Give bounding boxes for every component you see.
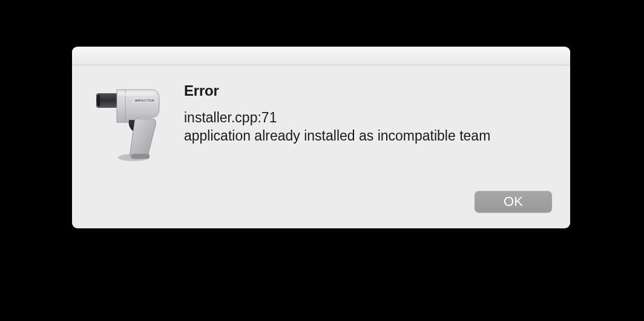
error-dialog: IMPACTOR Error installer.cpp:71 applicat… [72, 47, 570, 228]
svg-rect-6 [131, 154, 150, 159]
dialog-text: Error installer.cpp:71 application alrea… [184, 82, 552, 145]
dialog-content: IMPACTOR Error installer.cpp:71 applicat… [72, 65, 570, 228]
error-message-line-2: application already installed as incompa… [184, 127, 552, 145]
ok-button[interactable]: OK [475, 191, 552, 213]
svg-rect-2 [97, 95, 100, 106]
dialog-titlebar[interactable] [72, 47, 570, 65]
error-message-line-1: installer.cpp:71 [184, 109, 552, 127]
impact-wrench-icon: IMPACTOR [96, 84, 163, 162]
error-title: Error [184, 82, 552, 99]
svg-text:IMPACTOR: IMPACTOR [135, 99, 155, 102]
dialog-buttons: OK [475, 191, 552, 213]
